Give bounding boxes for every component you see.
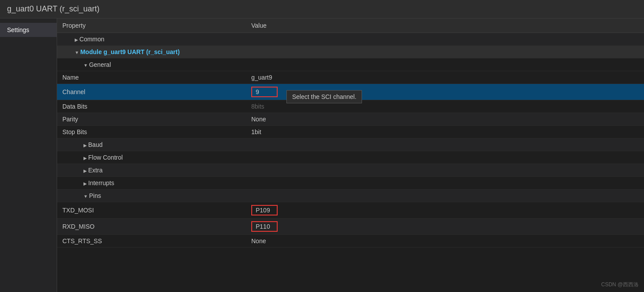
property-databits: Data Bits bbox=[57, 100, 246, 113]
value-databits: 8bits bbox=[246, 100, 644, 113]
main-layout: Settings Property Value Common bbox=[0, 18, 644, 292]
channel-tooltip-container: 9 Select the SCI channel. bbox=[251, 88, 278, 95]
value-cts: None bbox=[246, 235, 644, 248]
expand-baud-icon bbox=[62, 141, 88, 148]
property-cell: Module g_uart9 UART (r_sci_uart) bbox=[57, 46, 246, 58]
txd-value: P109 bbox=[251, 205, 278, 215]
list-item[interactable]: Flow Control bbox=[57, 151, 644, 164]
header-value: Value bbox=[246, 18, 644, 33]
value-parity: None bbox=[246, 113, 644, 126]
sidebar-item-settings[interactable]: Settings bbox=[0, 23, 57, 37]
expand-interrupts-icon bbox=[62, 179, 88, 186]
property-name: Name bbox=[57, 71, 246, 84]
property-interrupts: Interrupts bbox=[57, 177, 246, 190]
list-item[interactable]: Stop Bits 1bit bbox=[57, 126, 644, 139]
list-item[interactable]: General bbox=[57, 58, 644, 71]
list-item[interactable]: Name g_uart9 bbox=[57, 71, 644, 84]
expand-extra-icon bbox=[62, 167, 88, 174]
expand-module-icon bbox=[62, 48, 80, 55]
property-stopbits: Stop Bits bbox=[57, 126, 246, 139]
title-bar: g_uart0 UART (r_sci_uart) bbox=[0, 0, 644, 18]
property-channel: Channel bbox=[57, 84, 246, 100]
header-property: Property bbox=[57, 18, 246, 33]
list-item[interactable]: Data Bits 8bits bbox=[57, 100, 644, 113]
value-cell bbox=[246, 46, 644, 58]
property-extra: Extra bbox=[57, 164, 246, 177]
property-flowcontrol: Flow Control bbox=[57, 151, 246, 164]
value-cell bbox=[246, 58, 644, 71]
property-parity: Parity bbox=[57, 113, 246, 126]
property-baud: Baud bbox=[57, 139, 246, 151]
watermark: CSDN @西西洛 bbox=[601, 281, 639, 288]
value-baud bbox=[246, 139, 644, 151]
list-item[interactable]: Parity None bbox=[57, 113, 644, 126]
property-rxd: RXD_MISO bbox=[57, 219, 246, 235]
value-rxd: P110 bbox=[246, 219, 644, 235]
window-title: g_uart0 UART (r_sci_uart) bbox=[7, 4, 99, 13]
expand-flowcontrol-icon bbox=[62, 154, 88, 161]
property-cell: General bbox=[57, 58, 246, 71]
value-flowcontrol bbox=[246, 151, 644, 164]
value-extra bbox=[246, 164, 644, 177]
sidebar: Settings bbox=[0, 18, 57, 292]
value-cell bbox=[246, 33, 644, 46]
properties-table: Property Value Common Module g_uart9 UAR… bbox=[57, 18, 644, 248]
channel-value: 9 bbox=[251, 87, 278, 97]
property-txd: TXD_MOSI bbox=[57, 202, 246, 219]
list-item[interactable]: TXD_MOSI P109 bbox=[57, 202, 644, 219]
expand-pins-icon bbox=[62, 192, 89, 199]
list-item[interactable]: Module g_uart9 UART (r_sci_uart) bbox=[57, 46, 644, 58]
value-txd: P109 bbox=[246, 202, 644, 219]
expand-common-icon bbox=[62, 36, 80, 43]
value-stopbits: 1bit bbox=[246, 126, 644, 139]
list-item[interactable]: Extra bbox=[57, 164, 644, 177]
list-item[interactable]: Common bbox=[57, 33, 644, 46]
value-pins bbox=[246, 190, 644, 202]
list-item[interactable]: Interrupts bbox=[57, 177, 644, 190]
value-name: g_uart9 bbox=[246, 71, 644, 84]
property-cell: Common bbox=[57, 33, 246, 46]
list-item[interactable]: Pins bbox=[57, 190, 644, 202]
list-item[interactable]: Baud bbox=[57, 139, 644, 151]
list-item[interactable]: CTS_RTS_SS None bbox=[57, 235, 644, 248]
table-header-row: Property Value bbox=[57, 18, 644, 33]
list-item[interactable]: RXD_MISO P110 bbox=[57, 219, 644, 235]
expand-general-icon bbox=[62, 61, 89, 68]
property-cts: CTS_RTS_SS bbox=[57, 235, 246, 248]
property-pins: Pins bbox=[57, 190, 246, 202]
rxd-value: P110 bbox=[251, 221, 278, 232]
value-interrupts bbox=[246, 177, 644, 190]
list-item[interactable]: Channel 9 Select the SCI channel. bbox=[57, 84, 644, 100]
content-area: Property Value Common Module g_uart9 UAR… bbox=[57, 18, 644, 292]
value-channel: 9 Select the SCI channel. bbox=[246, 84, 644, 100]
